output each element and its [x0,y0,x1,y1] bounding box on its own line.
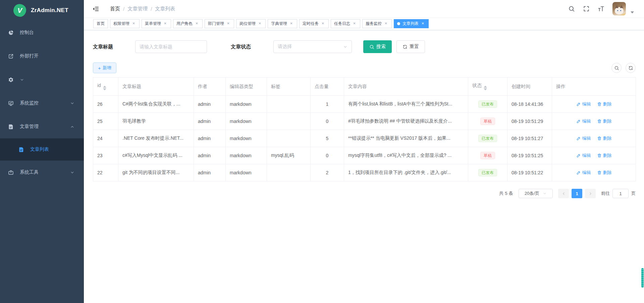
reset-button[interactable]: 重置 [396,40,425,53]
close-icon[interactable]: × [383,21,388,26]
delete-icon [597,136,602,141]
view-tab[interactable]: 岗位管理× [236,19,266,28]
delete-link[interactable]: 删除 [597,135,612,141]
sidebar-item-article-management[interactable]: 文章管理 [0,115,84,138]
sidebar-item-system-monitor[interactable]: 系统监控 [0,91,84,115]
add-button[interactable]: + 新增 [93,62,116,73]
user-menu-caret-icon[interactable] [631,11,634,13]
view-tab[interactable]: 文章列表× [394,19,429,28]
column-header-id[interactable]: id [93,78,118,96]
sidebar-item-article-list[interactable]: 文章列表 [0,138,84,161]
close-icon[interactable]: × [131,21,136,26]
edit-link[interactable]: 编辑 [576,170,591,176]
article-status-select[interactable]: 请选择 [273,40,352,53]
table-row: 25羽毛球教学adminmarkdown0#羽毛球拍参数说明 ## 中管软硬选择… [93,113,636,130]
close-icon[interactable]: × [226,21,231,26]
app-logo[interactable]: V ZrAdmin.NET [0,0,84,21]
cell-actions: 编辑删除 [552,147,636,164]
column-label: 文章标题 [122,84,141,89]
status-badge: 已发布 [478,169,497,176]
select-placeholder: 请选择 [278,44,292,50]
cell-status: 已发布 [468,130,507,147]
cell-title: c#写入Mysql中文显示乱码 ... [118,147,194,164]
delete-link[interactable]: 删除 [597,153,612,159]
cell-id: 25 [93,113,118,130]
edit-link[interactable]: 编辑 [576,118,591,124]
prev-page-button[interactable] [558,189,569,198]
cell-clicks: 2 [311,164,344,181]
cell-id: 24 [93,130,118,147]
page-size-select[interactable]: 20条/页 [519,189,553,198]
cell-id: 23 [93,147,118,164]
fullscreen-icon[interactable] [583,5,590,12]
close-icon[interactable]: × [257,21,262,26]
chevron-down-icon [343,45,347,49]
sidebar-item-system-tools[interactable]: 系统工具 [0,161,84,184]
view-tab[interactable]: 定时任务× [299,19,329,28]
user-avatar[interactable] [612,2,626,15]
close-icon[interactable]: × [194,21,199,26]
cell-author: admin [194,130,226,147]
tab-label: 服务监控 [366,21,382,27]
view-tab[interactable]: 任务日志× [331,19,360,28]
scrollbar-thumb[interactable] [641,268,644,288]
view-tab[interactable]: 服务监控× [362,19,392,28]
edit-link[interactable]: 编辑 [576,153,591,159]
view-tab[interactable]: 首页 [93,19,108,28]
breadcrumb-item[interactable]: 首页 [110,6,120,12]
status-badge: 已发布 [478,135,497,142]
tab-label: 文章列表 [402,21,419,27]
cell-editor: markdown [226,130,267,147]
next-page-button[interactable] [585,189,596,198]
article-title-label: 文章标题 [93,44,135,50]
refresh-icon [628,66,633,71]
delete-link[interactable]: 删除 [597,170,612,176]
table-row: 26C#两个list集合实现关联，...adminmarkdown1有两个lis… [93,96,636,113]
sidebar-item-system-management[interactable]: 系统管理 [0,68,84,91]
edit-link[interactable]: 编辑 [576,101,591,107]
search-icon [614,66,619,71]
cell-clicks: 0 [311,147,344,164]
sidebar-collapse-icon[interactable] [92,5,99,12]
cell-actions: 编辑删除 [552,130,636,147]
cell-actions: 编辑删除 [552,96,636,113]
delete-link[interactable]: 删除 [597,101,612,107]
cell-status: 草稿 [468,147,507,164]
article-title-input[interactable] [135,40,207,53]
view-tab[interactable]: 权限管理× [110,19,140,28]
refresh-icon [402,44,408,49]
view-tab[interactable]: 字典管理× [268,19,297,28]
close-icon[interactable]: × [352,21,357,26]
close-icon[interactable]: × [320,21,325,26]
view-tab[interactable]: 部门管理× [205,19,234,28]
close-icon[interactable]: × [289,21,294,26]
close-icon[interactable]: × [420,21,425,26]
view-tab[interactable]: 用户角色× [173,19,203,28]
edit-icon [576,153,581,158]
delete-link[interactable]: 删除 [597,118,612,124]
edit-link-label: 编辑 [582,118,591,124]
pagination: 共 5 条 20条/页 1 前往 页 [93,189,636,198]
column-header-status[interactable]: 状态 [468,78,507,96]
search-button-label: 搜索 [376,44,386,50]
refresh-table-button[interactable] [626,63,636,73]
view-tab[interactable]: 菜单管理× [142,19,171,28]
close-icon[interactable]: × [163,21,168,26]
page-number-button[interactable]: 1 [572,189,582,198]
tab-label: 菜单管理 [145,21,161,27]
main-area: 首页/文章管理/文章列表 首页权限管理×菜单管理×用户角色×部门管理×岗位管理×… [84,0,644,303]
column-label: 文章内容 [348,84,367,89]
cell-tags [267,96,311,113]
sidebar-item-dashboard[interactable]: 控制台 [0,21,84,44]
goto-page-input[interactable] [612,189,629,198]
sidebar-item-external-open[interactable]: 外部打开 [0,44,84,68]
toggle-search-button[interactable] [611,63,622,73]
cell-created: 08-18 14:41:36 [507,96,552,113]
cell-title: 羽毛球教学 [118,113,194,130]
chevron-down-icon [70,101,74,105]
search-button[interactable]: 搜索 [363,40,392,53]
font-size-icon[interactable] [598,5,604,12]
search-icon[interactable] [568,5,575,12]
delete-link-label: 删除 [603,170,612,176]
edit-link[interactable]: 编辑 [576,135,591,141]
